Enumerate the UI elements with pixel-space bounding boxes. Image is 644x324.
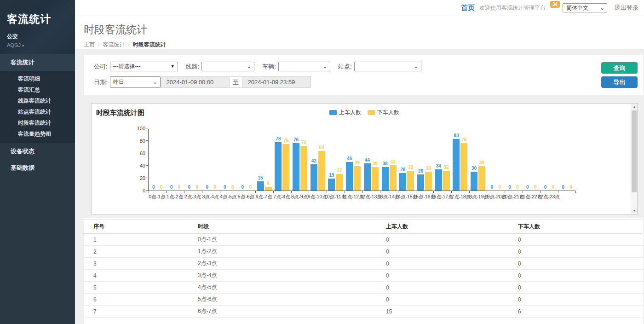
- home-link[interactable]: 首页: [461, 4, 475, 12]
- breadcrumb-item[interactable]: 客流统计: [103, 41, 125, 48]
- sidebar-item-2[interactable]: 基础数据: [0, 160, 75, 176]
- bar-上车人数[interactable]: [364, 163, 371, 191]
- filter-row-2: 日期: 昨日 ⌄ 至: [94, 76, 638, 88]
- bar-下车人数[interactable]: [443, 171, 450, 191]
- chart-category-2: 00: [184, 129, 202, 191]
- bar-上车人数[interactable]: [346, 162, 353, 191]
- table-panel: 序号时段上车人数下车人数 10点-1点0021点-2点0032点-3点0043点…: [84, 218, 643, 324]
- chart-category-13: 3841: [380, 129, 398, 191]
- y-axis-tick: [146, 153, 148, 153]
- topbar: 首页 欢迎使用客流统计管理平台 34 简体中文 ⌄ 退出登录: [75, 0, 644, 16]
- date-from-input[interactable]: [161, 76, 230, 88]
- y-axis-tick: [146, 165, 148, 166]
- sidebar-item-0[interactable]: 客流统计: [0, 54, 75, 71]
- company-select[interactable]: ---请选择--- ▼: [110, 62, 178, 71]
- bar-下车人数[interactable]: [318, 151, 325, 191]
- date-to-input[interactable]: [242, 76, 311, 88]
- line-select[interactable]: ⌄: [201, 62, 254, 71]
- breadcrumb-separator: /: [98, 41, 99, 48]
- bar-上车人数[interactable]: [417, 174, 424, 191]
- x-axis-tick: [523, 191, 523, 193]
- chart-x-labels: 0点-1点1点-2点2点-3点3点-4点4点-5点5点-6点6点-7点7点-8点…: [148, 194, 575, 200]
- chart-scrollbar[interactable]: ▲ ▼: [631, 104, 637, 214]
- table-cell: 4: [84, 270, 188, 282]
- table-cell: 0: [508, 234, 643, 246]
- table-cell: 0: [508, 282, 643, 294]
- chart-category-22: 00: [540, 129, 558, 191]
- chart-category-18: 3039: [469, 129, 487, 191]
- sidebar-item-1[interactable]: 设备状态: [0, 143, 75, 160]
- company-label: 公司:: [94, 63, 108, 71]
- language-select[interactable]: 简体中文 ⌄: [563, 3, 607, 12]
- bar-上车人数[interactable]: [275, 142, 282, 191]
- vehicle-select[interactable]: ⌄: [278, 62, 330, 71]
- legend-item-下车人数[interactable]: 下车人数: [368, 109, 399, 116]
- sidebar-subitem-0[interactable]: 客流明细: [0, 73, 75, 84]
- sidebar-subitem-5[interactable]: 客流量趋势图: [0, 128, 75, 139]
- chart-category-21: 00: [523, 129, 540, 191]
- bar-上车人数[interactable]: [399, 173, 406, 191]
- sidebar-subitem-4[interactable]: 时段客流统计: [0, 117, 75, 128]
- y-axis-tick-label: 60: [130, 150, 145, 156]
- y-axis-tick: [146, 128, 148, 128]
- bar-下车人数[interactable]: [336, 174, 343, 191]
- table-row: 10点-1点00: [84, 234, 643, 246]
- table-cell: 15: [376, 306, 508, 318]
- bar-下车人数[interactable]: [354, 166, 361, 191]
- x-axis-tick: [309, 191, 309, 193]
- x-axis-tick: [202, 191, 202, 193]
- page-header: 时段客流统计 主页/客流统计/时段客流统计: [75, 16, 644, 49]
- x-axis-label: 0点-1点: [149, 194, 165, 200]
- logout-link[interactable]: 退出登录: [615, 4, 638, 12]
- x-axis-tick: [487, 191, 487, 193]
- legend-color-chip: [368, 110, 375, 115]
- x-axis-tick: [291, 191, 292, 193]
- breadcrumb-item[interactable]: 主页: [84, 41, 95, 48]
- bar-下车人数[interactable]: [300, 146, 307, 191]
- bar-上车人数[interactable]: [453, 139, 460, 191]
- table-cell: 0: [508, 258, 643, 270]
- query-button[interactable]: 查询: [601, 62, 638, 74]
- x-axis-tick: [327, 191, 327, 193]
- chevron-down-icon: ⌄: [247, 64, 251, 69]
- sidebar-subitem-3[interactable]: 站点客流统计: [0, 106, 75, 117]
- x-axis-tick: [398, 191, 398, 193]
- chart-category-9: 4264: [309, 129, 327, 191]
- sidebar-subitem-2[interactable]: 线路客流统计: [0, 95, 75, 106]
- table-row: 32点-3点00: [84, 258, 643, 270]
- bar-上车人数[interactable]: [471, 172, 477, 191]
- bar-上车人数[interactable]: [382, 167, 389, 191]
- bar-下车人数[interactable]: [425, 172, 432, 191]
- legend-item-上车人数[interactable]: 上车人数: [329, 109, 361, 116]
- scrollbar-thumb[interactable]: [632, 110, 637, 192]
- bar-上车人数[interactable]: [435, 169, 442, 191]
- bar-下车人数[interactable]: [407, 171, 414, 191]
- table-cell: 2点-3点: [188, 258, 376, 270]
- table-body: 10点-1点0021点-2点0032点-3点0043点-4点0054点-5点00…: [84, 234, 643, 318]
- scroll-up-icon[interactable]: ▲: [631, 104, 638, 110]
- welcome-text: 欢迎使用客流统计管理平台: [479, 4, 546, 12]
- bar-上车人数[interactable]: [293, 143, 299, 191]
- bar-下车人数[interactable]: [282, 144, 289, 191]
- legend-color-chip: [329, 110, 337, 115]
- x-axis-tick: [184, 191, 184, 193]
- org-code-dropdown[interactable]: AQGJ▾: [7, 42, 75, 48]
- y-axis-tick-label: 40: [130, 163, 145, 168]
- station-select[interactable]: ⌄: [354, 62, 421, 71]
- bar-上车人数[interactable]: [310, 164, 317, 191]
- notification-badge[interactable]: 34: [550, 1, 560, 8]
- export-button[interactable]: 导出: [601, 76, 638, 88]
- chart-category-19: 00: [487, 129, 505, 191]
- filter-card: 公司: ---请选择--- ▼ 线路: ⌄ 车辆: ⌄ 站点:: [84, 55, 643, 95]
- scroll-down-icon[interactable]: ▼: [631, 208, 638, 214]
- x-axis-tick: [273, 191, 274, 193]
- sidebar-subitem-1[interactable]: 客流汇总: [0, 84, 75, 95]
- y-axis-tick-label: 100: [130, 126, 145, 131]
- bar-下车人数[interactable]: [265, 187, 272, 191]
- bar-上车人数[interactable]: [328, 179, 335, 191]
- date-preset-select[interactable]: 昨日 ⌄: [110, 76, 161, 88]
- bar-下车人数[interactable]: [372, 167, 379, 191]
- table-cell: 6: [508, 306, 643, 318]
- station-label: 站点:: [338, 63, 352, 71]
- x-axis-tick: [255, 191, 256, 193]
